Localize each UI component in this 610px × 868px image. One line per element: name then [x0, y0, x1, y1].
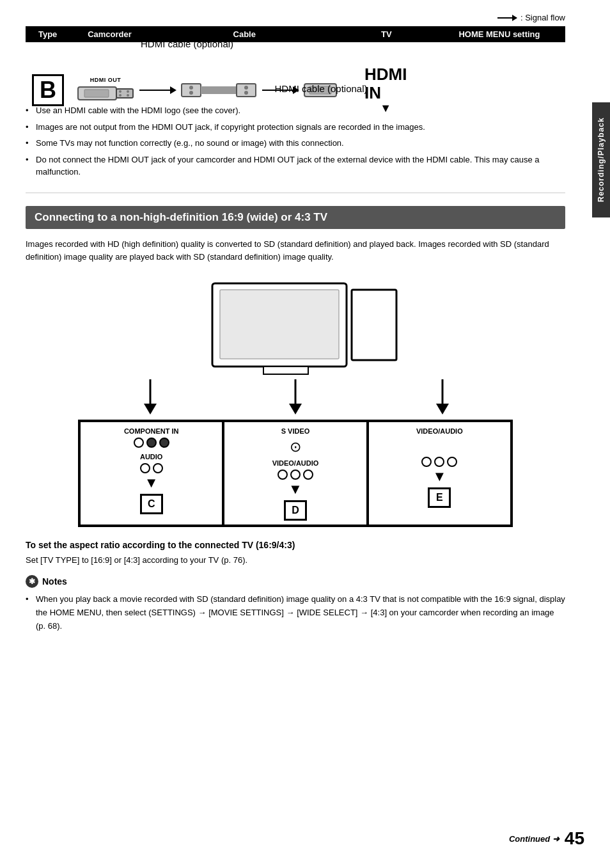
hdmi-cable-label: HDMI cable (optional) — [141, 38, 233, 49]
camcorder-plug-svg — [77, 83, 134, 104]
down-arrow-e: ▼ — [432, 470, 446, 484]
svg-marker-29 — [436, 404, 449, 414]
camcorder-block: HDMI OUT — [77, 77, 134, 104]
svg-point-3 — [119, 90, 121, 93]
table-header-menu: HOME MENU setting — [434, 27, 565, 42]
s-audio-circle-2 — [290, 470, 301, 480]
tv-illustration-row — [26, 277, 565, 379]
hdmi-note-4: Do not connect the HDMI OUT jack of your… — [26, 154, 565, 178]
port-circle-1 — [134, 438, 144, 448]
section2-description: Images recorded with HD (high definition… — [26, 238, 565, 265]
svg-rect-2 — [116, 89, 133, 98]
svg-marker-8 — [170, 86, 176, 94]
hdmi-out-label: HDMI OUT — [90, 77, 121, 83]
signal-flow-text: : Signal flow — [520, 13, 565, 22]
cable-connector-svg — [180, 80, 257, 100]
component-in-label: COMPONENT IN — [124, 427, 179, 435]
audio-label: AUDIO — [140, 453, 162, 461]
sub-heading: To set the aspect ratio according to the… — [26, 540, 565, 550]
notes-title: ✱ Notes — [26, 575, 565, 588]
table-header-tv: TV — [339, 27, 434, 42]
s-video-port: S VIDEO ⊙ VIDEO/AUDIO ▼ D — [223, 421, 367, 526]
continued-text: Continued ➜ — [509, 834, 559, 844]
table-header-camcorder: Camcorder — [70, 27, 150, 42]
notes-list: When you play back a movie recorded with… — [26, 593, 565, 633]
hdmi-note-2: Images are not output from the HDMI OUT … — [26, 121, 565, 134]
aspect-ratio-text: Set [TV TYPE] to [16:9] or [4:3] accordi… — [26, 555, 565, 565]
table-header-type: Type — [26, 27, 70, 42]
tv-illustration-svg — [187, 277, 404, 379]
svg-rect-23 — [352, 290, 396, 360]
signal-flow-label: : Signal flow — [26, 13, 565, 22]
svg-point-15 — [244, 91, 248, 95]
svg-marker-27 — [289, 404, 302, 414]
svg-point-5 — [127, 90, 129, 93]
svg-point-4 — [119, 94, 121, 97]
component-in-port: COMPONENT IN AUDIO ▼ C — [79, 421, 223, 526]
component-circles — [134, 438, 169, 448]
s-audio-circle-1 — [278, 470, 288, 480]
ports-row: COMPONENT IN AUDIO ▼ C — [78, 420, 513, 527]
s-video-label: S VIDEO — [281, 427, 310, 435]
page-footer: Continued ➜ 45 — [509, 828, 584, 849]
notes-icon-section: ✱ Notes When you play back a movie recor… — [26, 575, 565, 633]
audio-circles — [140, 463, 163, 473]
video-audio-port-label: VIDEO/AUDIO — [416, 427, 463, 435]
section2-heading: Connecting to a non-high-definition 16:9… — [26, 206, 565, 229]
tv-diagram-container: COMPONENT IN AUDIO ▼ C — [26, 277, 565, 527]
hdmi-note-3: Some TVs may not function correctly (e.g… — [26, 137, 565, 150]
svg-rect-21 — [220, 290, 339, 359]
down-arrow-c: ▼ — [145, 476, 159, 490]
s-video-circle: ⊙ — [290, 439, 301, 455]
box-label-e: E — [428, 487, 451, 508]
notes-label: Notes — [42, 576, 67, 587]
va-circle-1 — [421, 457, 432, 467]
vertical-tab: Recording/Playback — [592, 102, 610, 217]
va-circle-3 — [447, 457, 457, 467]
hdmi-note-1: Use an HDMI cable with the HDMI logo (se… — [26, 104, 565, 117]
down-arrow-d: ▼ — [288, 482, 302, 496]
port-circle-3 — [159, 438, 169, 448]
video-audio-label: VIDEO/AUDIO — [272, 459, 319, 467]
box-label-d: D — [284, 500, 307, 521]
video-audio-port: VIDEO/AUDIO ▼ E — [368, 421, 512, 526]
svg-rect-22 — [263, 367, 308, 374]
svg-point-12 — [189, 86, 193, 90]
section-b-letter: B — [32, 74, 64, 106]
svg-rect-10 — [201, 86, 237, 94]
hdmi-notes-section: Use an HDMI cable with the HDMI logo (se… — [26, 104, 565, 193]
signal-arrow-svg — [138, 83, 176, 98]
svg-point-14 — [244, 86, 248, 90]
ports-arrows-svg — [78, 379, 513, 418]
s-video-audio-circles — [278, 470, 313, 480]
va-circle-2 — [434, 457, 444, 467]
svg-marker-25 — [144, 404, 157, 414]
s-audio-circle-3 — [303, 470, 313, 480]
svg-rect-1 — [84, 90, 109, 97]
port-circle-2 — [146, 438, 157, 448]
svg-point-13 — [189, 91, 193, 95]
box-label-c: C — [140, 494, 163, 514]
page-number: 45 — [565, 828, 584, 849]
audio-circle-1 — [140, 463, 150, 473]
video-audio-circles — [421, 457, 457, 467]
audio-circle-2 — [153, 463, 163, 473]
note-item-1: When you play back a movie recorded with… — [26, 593, 565, 633]
notes-icon: ✱ — [26, 575, 38, 588]
svg-point-6 — [127, 94, 129, 97]
connection-table: Type Camcorder Cable TV HOME MENU settin… — [26, 26, 565, 42]
